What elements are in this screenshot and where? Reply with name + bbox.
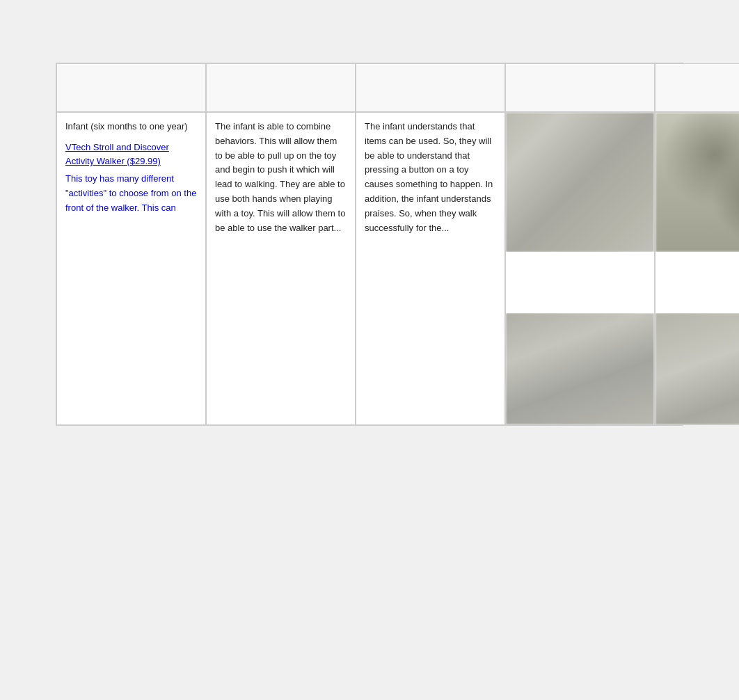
image-top-4 xyxy=(506,113,654,252)
header-cell-1 xyxy=(56,63,206,112)
image-top-5 xyxy=(655,113,739,252)
product-link[interactable]: VTech Stroll and Discover Activity Walke… xyxy=(65,141,197,170)
body-cell-col5 xyxy=(655,112,739,425)
body-cell-col3: The infant understands that items can be… xyxy=(356,112,505,425)
header-cell-2 xyxy=(206,63,356,112)
cognitive-description: The infant understands that items can be… xyxy=(365,120,496,235)
body-cell-col4 xyxy=(505,112,655,425)
product-description-text: This toy has many different "activities"… xyxy=(65,172,197,215)
age-label: Infant (six months to one year) xyxy=(65,120,197,134)
image-bottom-4 xyxy=(506,313,654,424)
white-spacer-5 xyxy=(655,257,739,306)
table-grid: Infant (six months to one year) VTech St… xyxy=(56,63,683,425)
header-cell-4 xyxy=(505,63,655,112)
page-wrapper: Infant (six months to one year) VTech St… xyxy=(0,0,739,700)
motor-description: The infant is able to combine behaviors.… xyxy=(215,120,347,235)
image-bottom-5 xyxy=(655,313,739,424)
header-cell-3 xyxy=(356,63,505,112)
table-container: Infant (six months to one year) VTech St… xyxy=(56,63,683,426)
header-cell-5 xyxy=(655,63,739,112)
body-cell-col2: The infant is able to combine behaviors.… xyxy=(206,112,356,425)
white-spacer-4 xyxy=(506,257,654,306)
body-cell-col1: Infant (six months to one year) VTech St… xyxy=(56,112,206,425)
